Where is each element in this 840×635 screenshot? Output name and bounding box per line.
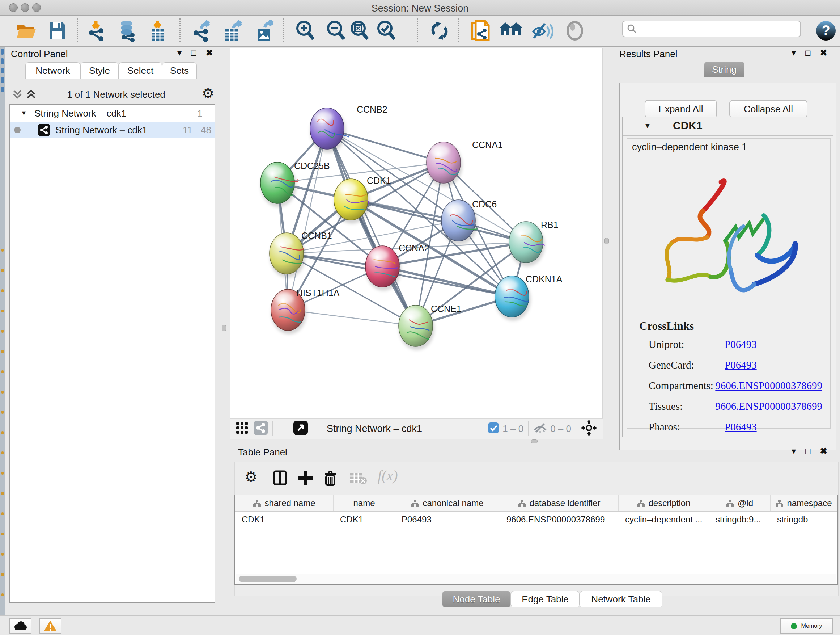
- detach-view-icon[interactable]: [294, 421, 308, 437]
- hidden-eye-icon[interactable]: [533, 422, 547, 435]
- network-row-selected[interactable]: String Network – cdk1 11 48: [10, 122, 215, 138]
- zoom-fit-icon[interactable]: [348, 19, 371, 42]
- add-column-icon[interactable]: [297, 470, 313, 487]
- warning-status-button[interactable]: [39, 618, 62, 633]
- new-network-from-selection-icon[interactable]: [469, 19, 492, 42]
- node-CDC25B[interactable]: [261, 162, 298, 207]
- memory-button[interactable]: Memory: [780, 618, 833, 633]
- results-panel-menu-icon[interactable]: ▾: [791, 48, 796, 58]
- column-header-@id[interactable]: @id: [709, 495, 771, 511]
- gene-expander-icon[interactable]: ▼: [644, 122, 651, 130]
- table-cell[interactable]: CDK1: [333, 512, 395, 527]
- export-table-icon[interactable]: [222, 19, 244, 42]
- control-panel-float-icon[interactable]: □: [191, 48, 196, 58]
- tab-string[interactable]: String: [704, 62, 745, 78]
- export-image-icon[interactable]: [253, 19, 276, 42]
- tab-select[interactable]: Select: [118, 62, 162, 79]
- table-panel-menu-icon[interactable]: ▾: [791, 446, 796, 456]
- node-label-RB1: RB1: [541, 220, 559, 230]
- open-session-icon[interactable]: [15, 19, 37, 42]
- import-network-icon[interactable]: [85, 19, 108, 42]
- cloud-status-button[interactable]: [9, 618, 32, 633]
- crosslink-link[interactable]: P06493: [725, 359, 757, 371]
- network-collection-row[interactable]: ▼ String Network – cdk1 1: [10, 105, 215, 122]
- table-cell[interactable]: CDK1: [235, 512, 333, 527]
- save-session-icon[interactable]: [46, 19, 69, 42]
- table-cell[interactable]: stringdb: [771, 512, 837, 527]
- collection-expander-icon[interactable]: ▼: [21, 109, 27, 117]
- column-header-description[interactable]: description: [619, 495, 709, 511]
- tab-node-table[interactable]: Node Table: [442, 591, 511, 608]
- network-canvas[interactable]: CCNB2CCNA1CDC25BCDK1CDC6RB1CCNB1CCNA2CDK…: [230, 48, 603, 418]
- grid-view-icon[interactable]: [235, 421, 248, 436]
- node-CCNB1[interactable]: [270, 233, 305, 278]
- crosslink-link[interactable]: 9606.ENSP00000378699: [715, 401, 822, 412]
- column-header-database-identifier[interactable]: database identifier: [500, 495, 619, 511]
- import-network-from-database-icon[interactable]: [116, 19, 139, 42]
- right-splitter-handle[interactable]: [605, 238, 609, 244]
- birdseye-navigator-icon[interactable]: [581, 420, 597, 438]
- table-horizontal-scrollbar[interactable]: [236, 574, 836, 584]
- tab-style[interactable]: Style: [80, 62, 118, 79]
- column-header-shared-name[interactable]: shared name: [235, 495, 333, 511]
- expand-all-button[interactable]: Expand All: [645, 100, 717, 118]
- edge-CCNB2-HIST1H1A[interactable]: [288, 128, 327, 310]
- control-panel-close-icon[interactable]: ✖: [206, 48, 213, 58]
- zoom-selected-icon[interactable]: [375, 19, 398, 42]
- control-panel-menu-icon[interactable]: ▾: [177, 48, 182, 58]
- string-view-icon[interactable]: [254, 421, 268, 437]
- delete-column-icon[interactable]: [323, 469, 338, 488]
- tab-network-table[interactable]: Network Table: [579, 591, 662, 608]
- home-networks-icon[interactable]: [500, 19, 523, 42]
- show-columns-icon[interactable]: [273, 470, 287, 487]
- memory-label: Memory: [801, 623, 822, 629]
- import-table-icon[interactable]: [147, 19, 169, 42]
- edge-CCNB2-CCNE1[interactable]: [327, 128, 416, 326]
- table-cell[interactable]: 9606.ENSP00000378699: [500, 512, 619, 527]
- edge-CCNE1-HIST1H1A[interactable]: [288, 310, 416, 326]
- node-CCNA1[interactable]: [426, 142, 462, 187]
- scrollbar-thumb[interactable]: [239, 576, 297, 582]
- table-cell[interactable]: stringdb:9...: [709, 512, 771, 527]
- column-header-namespace[interactable]: namespace: [771, 495, 837, 511]
- results-panel-float-icon[interactable]: □: [805, 48, 811, 58]
- help-icon[interactable]: ?: [815, 19, 837, 42]
- bottom-splitter-handle[interactable]: [531, 439, 538, 443]
- refresh-icon[interactable]: [428, 19, 451, 42]
- crosslink-link[interactable]: P06493: [725, 421, 757, 433]
- zoom-out-icon[interactable]: [325, 19, 347, 42]
- left-splitter-handle[interactable]: [222, 325, 226, 331]
- tab-sets[interactable]: Sets: [162, 62, 197, 79]
- table-options-gear-icon[interactable]: ⚙: [245, 469, 257, 485]
- column-header-name[interactable]: name: [333, 495, 395, 511]
- node-CDK1[interactable]: [334, 179, 370, 224]
- hide-graphics-details-icon[interactable]: [531, 19, 553, 42]
- table-cell[interactable]: cyclin–dependent ...: [619, 512, 709, 527]
- crosslink-link[interactable]: 9606.ENSP00000378699: [715, 380, 822, 392]
- results-panel-close-icon[interactable]: ✖: [820, 48, 827, 58]
- crosslink-link[interactable]: P06493: [725, 339, 757, 350]
- node-RB1[interactable]: [509, 222, 545, 266]
- zoom-in-icon[interactable]: [294, 19, 317, 42]
- tab-edge-table[interactable]: Edge Table: [511, 591, 579, 608]
- table-row[interactable]: CDK1CDK1P064939606.ENSP00000378699cyclin…: [235, 512, 837, 527]
- collapse-all-networks-icon[interactable]: [11, 88, 23, 101]
- node-CCNE1[interactable]: [399, 305, 434, 350]
- network-options-gear-icon[interactable]: ⚙: [202, 86, 214, 101]
- collection-count: 1: [197, 108, 202, 119]
- node-CCNA2[interactable]: [365, 246, 401, 291]
- search-box[interactable]: [622, 21, 801, 37]
- expand-all-networks-icon[interactable]: [25, 88, 37, 101]
- node-CCNB2[interactable]: [310, 108, 349, 153]
- table-cell[interactable]: P06493: [395, 512, 500, 527]
- tab-network[interactable]: Network: [25, 62, 80, 79]
- selected-checkbox-icon[interactable]: [488, 423, 499, 435]
- search-input[interactable]: [638, 24, 794, 35]
- table-panel-float-icon[interactable]: □: [805, 446, 811, 456]
- render-detail-icon[interactable]: [564, 19, 586, 42]
- string-network-graph[interactable]: CCNB2CCNA1CDC25BCDK1CDC6RB1CCNB1CCNA2CDK…: [231, 48, 602, 418]
- collapse-all-button[interactable]: Collapse All: [729, 100, 807, 118]
- export-network-icon[interactable]: [190, 19, 213, 42]
- column-header-canonical-name[interactable]: canonical name: [395, 495, 500, 511]
- table-panel-close-icon[interactable]: ✖: [820, 446, 827, 456]
